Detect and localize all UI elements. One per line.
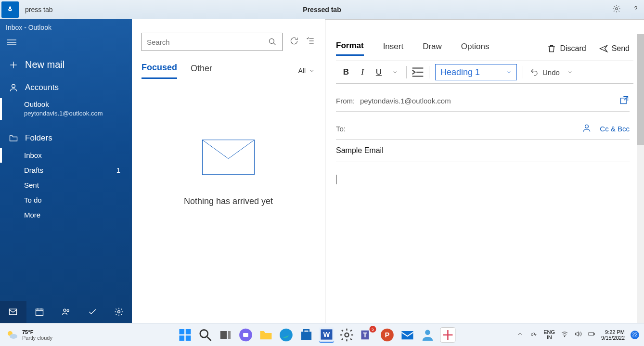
gear-icon: [339, 327, 354, 343]
underline-button[interactable]: U: [371, 65, 387, 79]
tray-battery[interactable]: [588, 330, 595, 340]
svg-point-14: [117, 311, 120, 313]
accounts-header[interactable]: Accounts: [0, 78, 132, 97]
svg-point-15: [269, 38, 274, 43]
svg-rect-20: [202, 140, 254, 175]
compose-tab-insert[interactable]: Insert: [383, 42, 404, 55]
svg-rect-37: [243, 333, 248, 337]
taskbar-search[interactable]: [197, 327, 213, 343]
svg-point-13: [67, 309, 69, 311]
taskbar-mail[interactable]: [399, 327, 415, 343]
taskbar-edge[interactable]: [278, 327, 294, 343]
discard-button[interactable]: Discard: [547, 44, 586, 53]
refresh-button[interactable]: [289, 36, 299, 48]
send-button[interactable]: Send: [599, 44, 630, 53]
chat-icon: [238, 327, 253, 343]
chevron-down-icon: [567, 69, 573, 75]
rail-settings[interactable]: [105, 301, 132, 323]
gear-icon: [612, 4, 621, 13]
rail-calendar[interactable]: [26, 301, 53, 323]
voice-command-bar: press tab Pressed tab: [0, 0, 644, 19]
compose-tab-options[interactable]: Options: [461, 42, 489, 55]
tray-clock[interactable]: 9:22 PM 9/15/2022: [601, 329, 625, 341]
folder-label: Inbox: [24, 151, 42, 159]
taskbar: 75°F Partly cloudy W T5 P ENG IN 9:22 PM…: [0, 323, 644, 346]
italic-button[interactable]: I: [354, 65, 371, 79]
tray-language[interactable]: ENG IN: [543, 330, 555, 340]
folders-header[interactable]: Folders: [0, 128, 132, 148]
people-icon: [61, 307, 71, 317]
svg-point-42: [345, 333, 348, 337]
taskbar-taskview[interactable]: [218, 327, 233, 343]
taskbar-settings[interactable]: [339, 327, 354, 343]
tab-focused[interactable]: Focused: [142, 63, 177, 79]
folder-more[interactable]: More: [0, 207, 132, 222]
tray-volume[interactable]: [574, 330, 582, 340]
to-field[interactable]: To: Cc & Bcc: [336, 120, 630, 140]
popout-button[interactable]: [619, 95, 630, 106]
search-input[interactable]: [147, 38, 268, 46]
taskbar-explorer[interactable]: [258, 327, 273, 343]
mail-icon: [8, 307, 18, 317]
indent-button[interactable]: [410, 65, 426, 79]
weather-icon: [6, 329, 18, 341]
popout-icon: [619, 95, 630, 105]
empty-state: Nothing has arrived yet: [184, 140, 273, 206]
search-box[interactable]: [142, 33, 283, 51]
format-toolbar: B I U Heading 1 Undo: [336, 61, 633, 84]
heading-dropdown[interactable]: Heading 1: [435, 64, 517, 80]
voice-input-text[interactable]: press tab: [25, 6, 53, 13]
folder-drafts[interactable]: Drafts 1: [0, 163, 132, 178]
rail-people[interactable]: [53, 301, 79, 323]
compose-tab-draw[interactable]: Draw: [423, 42, 442, 55]
font-more-button[interactable]: [387, 65, 403, 79]
tray-notifications[interactable]: 22: [631, 331, 639, 339]
taskbar-tray: ENG IN 9:22 PM 9/15/2022 22: [516, 329, 639, 341]
taskbar-snip[interactable]: [440, 327, 455, 343]
subject-field[interactable]: Sample Email: [336, 146, 630, 162]
folder-inbox[interactable]: Inbox: [0, 148, 132, 163]
voice-status-text: Pressed tab: [303, 6, 341, 13]
rail-mail[interactable]: [0, 301, 26, 323]
rail-todo[interactable]: [79, 301, 105, 323]
bold-button[interactable]: B: [338, 65, 354, 79]
svg-point-48: [425, 330, 430, 335]
lang-2: IN: [543, 335, 555, 340]
nav-toggle-button[interactable]: [0, 35, 132, 52]
message-body[interactable]: [336, 175, 630, 186]
taskbar-start[interactable]: [177, 327, 193, 343]
account-item[interactable]: Outlook peytondavis.1@outlook.com: [0, 97, 132, 123]
undo-more-button[interactable]: [562, 65, 578, 79]
folder-todo[interactable]: To do: [0, 192, 132, 207]
filter-dropdown[interactable]: All: [298, 67, 315, 75]
folders-label: Folders: [25, 133, 52, 143]
scroll-thumb[interactable]: [637, 34, 644, 145]
compose-tab-format[interactable]: Format: [336, 41, 364, 56]
taskbar-word[interactable]: W: [319, 327, 334, 343]
scrollbar[interactable]: [637, 34, 644, 323]
from-field: From: peytondavis.1@outlook.com: [336, 92, 630, 112]
select-mode-button[interactable]: [306, 36, 315, 48]
voice-help-button[interactable]: [631, 4, 640, 15]
taskbar-weather[interactable]: 75°F Partly cloudy: [6, 329, 52, 341]
taskbar-people[interactable]: [420, 327, 435, 343]
folder-sent[interactable]: Sent: [0, 178, 132, 192]
cc-bcc-button[interactable]: Cc & Bcc: [600, 125, 630, 133]
voice-mic-button[interactable]: [1, 1, 19, 18]
taskbar-store[interactable]: [298, 327, 314, 343]
taskbar-powerpoint[interactable]: P: [379, 327, 395, 343]
contacts-button[interactable]: [581, 123, 592, 134]
tab-other[interactable]: Other: [191, 64, 212, 78]
svg-text:W: W: [323, 331, 330, 338]
voice-settings-button[interactable]: [612, 4, 621, 15]
chevron-down-icon: [309, 67, 315, 74]
tray-ime[interactable]: [530, 330, 538, 340]
tray-overflow[interactable]: [516, 330, 524, 340]
new-mail-button[interactable]: New mail: [0, 52, 132, 78]
undo-button[interactable]: Undo: [530, 68, 560, 77]
taskbar-chat[interactable]: [238, 327, 253, 343]
taskbar-teams[interactable]: T5: [359, 327, 374, 343]
ime-icon: [530, 330, 538, 338]
tray-wifi[interactable]: [561, 330, 568, 340]
send-label: Send: [612, 44, 630, 53]
